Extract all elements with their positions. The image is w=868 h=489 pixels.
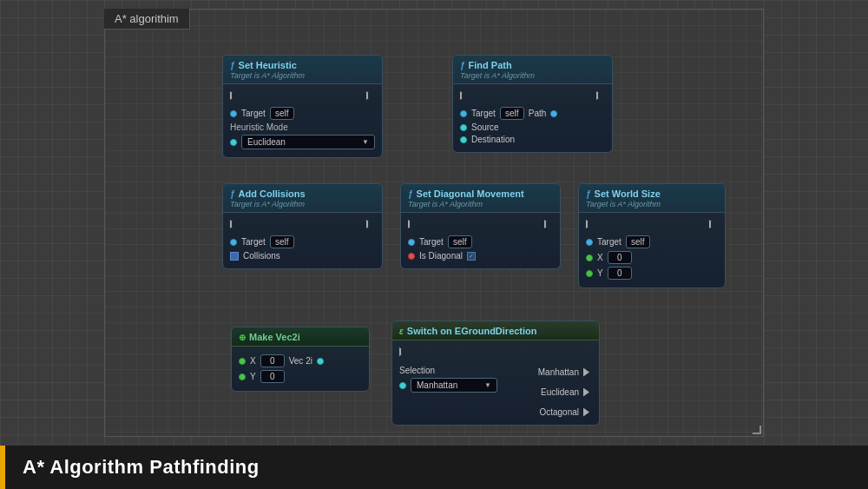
fp-target-row: Target self Path bbox=[460, 107, 605, 120]
node-make-vec2i[interactable]: ⊕ Make Vec2i X 0 Vec 2i Y 0 bbox=[231, 327, 370, 392]
se-manhattan-label: Manhattan bbox=[538, 367, 579, 377]
fp-exec-out bbox=[596, 91, 605, 100]
func-icon-fp: ƒ bbox=[460, 61, 465, 70]
ac-exec-out bbox=[366, 220, 375, 228]
sws-target-value[interactable]: self bbox=[626, 235, 650, 248]
node-set-world-size-subtitle: Target is A* Algorithm bbox=[586, 200, 718, 208]
node-set-diagonal-body: Target self Is Diagonal ✓ bbox=[401, 213, 560, 268]
frame-corner bbox=[753, 426, 761, 434]
se-euclidean-label: Euclidean bbox=[541, 387, 579, 397]
se-exec-row bbox=[399, 346, 592, 358]
ac-target-label: Target bbox=[241, 237, 266, 247]
sws-target-pin bbox=[586, 239, 593, 246]
mv-y-value[interactable]: 0 bbox=[260, 370, 285, 383]
target-label: Target bbox=[241, 109, 266, 118]
sws-x-row: X 0 bbox=[586, 251, 718, 264]
heuristic-label: Heuristic Mode bbox=[230, 122, 375, 132]
node-add-collisions-header: ƒ Add Collisions Target is A* Algorithm bbox=[223, 184, 382, 213]
node-set-heuristic[interactable]: ƒ Set Heuristic Target is A* Algorithm T… bbox=[222, 55, 383, 158]
ac-target-value[interactable]: self bbox=[270, 235, 294, 248]
mv-y-label: Y bbox=[250, 372, 256, 381]
blueprint-canvas[interactable]: A* algorithim ƒ Set Heuristic Target is … bbox=[104, 9, 764, 437]
node-set-diagonal-header: ƒ Set Diagonal Movement Target is A* Alg… bbox=[401, 184, 560, 213]
node-switch-eground[interactable]: ε Switch on EGroundDirection Selection M… bbox=[391, 320, 600, 426]
heuristic-dropdown-row[interactable]: Euclidean ▼ bbox=[230, 135, 375, 149]
exec-out-pin bbox=[366, 91, 375, 100]
mv-x-row: X 0 Vec 2i bbox=[239, 354, 362, 367]
heuristic-dropdown[interactable]: Euclidean ▼ bbox=[241, 135, 375, 149]
ac-collisions-row: Collisions bbox=[230, 251, 375, 261]
sws-x-value[interactable]: 0 bbox=[608, 251, 632, 264]
se-octagonal-arrow bbox=[583, 408, 592, 417]
se-selection-value: Manhattan bbox=[417, 380, 457, 390]
se-selection-row: Selection bbox=[399, 366, 538, 375]
sd-diagonal-checkbox[interactable]: ✓ bbox=[467, 252, 476, 261]
sd-target-label: Target bbox=[419, 237, 444, 247]
node-set-diagonal-subtitle: Target is A* Algorithm bbox=[408, 200, 553, 208]
se-euclidean-arrow bbox=[583, 388, 592, 397]
switch-icon: ε bbox=[399, 327, 404, 336]
node-find-path-title: ƒ Find Path bbox=[460, 60, 605, 70]
se-dropdown-arrow: ▼ bbox=[484, 381, 491, 389]
sd-exec-row bbox=[408, 218, 553, 230]
node-make-vec2i-title: ⊕ Make Vec2i bbox=[239, 332, 362, 342]
func-icon: ƒ bbox=[230, 61, 235, 70]
sws-exec-in bbox=[586, 220, 595, 228]
heuristic-pin bbox=[230, 139, 237, 146]
node-add-collisions-title: ƒ Add Collisions bbox=[230, 188, 375, 199]
target-pin-row: Target self bbox=[230, 107, 375, 120]
sws-x-pin bbox=[586, 254, 593, 261]
node-add-collisions[interactable]: ƒ Add Collisions Target is A* Algorithm … bbox=[222, 183, 383, 269]
fp-path-pin bbox=[550, 110, 557, 117]
se-selection-pin bbox=[399, 382, 406, 389]
bottom-bar: A* Algorithm Pathfinding bbox=[0, 446, 868, 489]
se-manhattan-arrow bbox=[583, 368, 592, 377]
node-make-vec2i-body: X 0 Vec 2i Y 0 bbox=[232, 347, 369, 391]
se-manhattan-row: Manhattan bbox=[538, 367, 592, 377]
mv-y-row: Y 0 bbox=[239, 370, 362, 383]
node-set-heuristic-body: Target self Heuristic Mode Euclidean ▼ bbox=[223, 84, 382, 157]
fp-source-row: Source bbox=[460, 122, 605, 132]
se-exec-in bbox=[399, 347, 408, 356]
node-set-world-size[interactable]: ƒ Set World Size Target is A* Algorithm … bbox=[578, 183, 726, 288]
sws-target-row: Target self bbox=[586, 235, 718, 248]
func-icon-sws: ƒ bbox=[586, 189, 591, 199]
node-switch-eground-title: ε Switch on EGroundDirection bbox=[399, 326, 592, 336]
fp-destination-row: Destination bbox=[460, 135, 605, 144]
node-set-diagonal[interactable]: ƒ Set Diagonal Movement Target is A* Alg… bbox=[400, 183, 561, 269]
node-set-diagonal-title: ƒ Set Diagonal Movement bbox=[408, 188, 553, 199]
sws-y-row: Y 0 bbox=[586, 267, 718, 280]
fp-target-pin bbox=[460, 110, 467, 117]
node-make-vec2i-header: ⊕ Make Vec2i bbox=[232, 327, 369, 347]
exec-row bbox=[230, 89, 375, 102]
se-dropdown-row[interactable]: Manhattan ▼ bbox=[399, 378, 538, 393]
sd-target-value[interactable]: self bbox=[448, 235, 472, 248]
mv-x-value[interactable]: 0 bbox=[260, 354, 285, 367]
ac-exec-in bbox=[230, 220, 239, 228]
target-value[interactable]: self bbox=[270, 107, 294, 120]
sws-y-pin bbox=[586, 270, 593, 277]
bottom-title: A* Algorithm Pathfinding bbox=[5, 456, 260, 479]
sd-diagonal-label: Is Diagonal bbox=[419, 251, 463, 261]
dropdown-arrow: ▼ bbox=[362, 138, 369, 146]
sws-target-label: Target bbox=[597, 237, 621, 247]
fp-source-pin bbox=[460, 124, 467, 131]
se-selection-label: Selection bbox=[399, 366, 435, 375]
se-dropdown[interactable]: Manhattan ▼ bbox=[411, 378, 497, 393]
sd-exec-in bbox=[408, 220, 417, 228]
mv-y-pin bbox=[239, 373, 246, 380]
mv-output-pin bbox=[317, 358, 324, 365]
ac-collisions-label: Collisions bbox=[243, 251, 280, 261]
sws-x-label: X bbox=[597, 253, 603, 262]
node-find-path-header: ƒ Find Path Target is A* Algorithm bbox=[453, 56, 612, 84]
node-find-path[interactable]: ƒ Find Path Target is A* Algorithm Targe… bbox=[452, 55, 613, 153]
sws-y-value[interactable]: 0 bbox=[608, 267, 632, 280]
node-set-heuristic-subtitle: Target is A* Algorithm bbox=[230, 71, 375, 80]
node-find-path-subtitle: Target is A* Algorithm bbox=[460, 71, 605, 80]
sd-diagonal-row: Is Diagonal ✓ bbox=[408, 251, 553, 261]
fp-path-label: Path bbox=[529, 109, 547, 118]
func-icon-ac: ƒ bbox=[230, 189, 235, 199]
se-euclidean-row: Euclidean bbox=[541, 387, 592, 397]
fp-target-value[interactable]: self bbox=[500, 107, 524, 120]
mv-x-pin bbox=[239, 358, 246, 365]
